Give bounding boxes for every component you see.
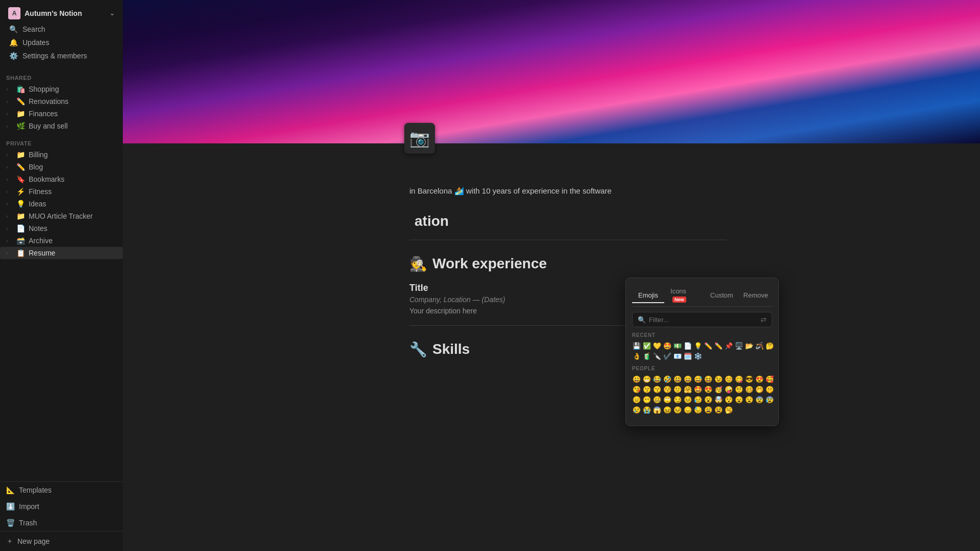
recent-emoji-cell[interactable]: ✏️	[704, 341, 713, 350]
people-emoji-cell[interactable]: 😁	[642, 374, 651, 384]
sidebar-nav-settings[interactable]: ⚙️Settings & members	[2, 49, 121, 62]
people-emoji-cell[interactable]: 😙	[652, 385, 662, 394]
recent-emoji-cell[interactable]: 👌	[632, 351, 641, 361]
people-emoji-cell[interactable]: 😦	[734, 395, 744, 404]
people-emoji-cell[interactable]: 😖	[663, 405, 672, 414]
sidebar-item-blog[interactable]: ›✏️Blog	[0, 161, 123, 173]
recent-emoji-cell[interactable]: 🤔	[765, 341, 774, 350]
sidebar-item-buy-and-sell[interactable]: ›🌿Buy and sell	[0, 120, 123, 132]
sidebar-item-ideas[interactable]: ›💡Ideas	[0, 198, 123, 210]
people-emoji-cell[interactable]: 😍	[704, 385, 713, 394]
recent-emoji-cell[interactable]: 📌	[724, 341, 733, 350]
people-emoji-cell[interactable]: 😱	[652, 405, 662, 414]
shuffle-icon[interactable]: ⇄	[760, 315, 767, 324]
people-emoji-cell[interactable]: 🥱	[724, 405, 733, 414]
recent-emoji-cell[interactable]: ✏️	[714, 341, 723, 350]
people-emoji-cell[interactable]: 😫	[714, 405, 723, 414]
recent-emoji-cell[interactable]: 💵	[673, 341, 682, 350]
people-emoji-cell[interactable]: 🤫	[765, 385, 774, 394]
remove-button[interactable]: Remove	[739, 289, 772, 301]
people-emoji-cell[interactable]: 😞	[683, 405, 692, 414]
people-emoji-cell[interactable]: 🤭	[755, 385, 764, 394]
people-emoji-cell[interactable]: 😎	[745, 374, 754, 384]
workspace-menu[interactable]: A Autumn's Notion ⌄	[2, 4, 121, 23]
people-emoji-cell[interactable]: 🤗	[683, 385, 692, 394]
sidebar-item-notes[interactable]: ›📄Notes	[0, 222, 123, 235]
sidebar-item-archive[interactable]: ›🗃️Archive	[0, 235, 123, 247]
sidebar-bottom-templates[interactable]: 📐Templates	[0, 482, 123, 498]
people-emoji-cell[interactable]: 😑	[632, 395, 641, 404]
people-emoji-cell[interactable]: 😋	[734, 374, 744, 384]
recent-emoji-cell[interactable]: 🖥️	[734, 341, 744, 350]
people-emoji-cell[interactable]: 😂	[652, 374, 662, 384]
tab-emojis[interactable]: Emojis	[632, 288, 664, 303]
recent-emoji-cell[interactable]: 🤩	[663, 341, 672, 350]
recent-emoji-cell[interactable]: 💾	[632, 341, 641, 350]
recent-emoji-cell[interactable]: ✅	[642, 341, 651, 350]
people-emoji-cell[interactable]: 😮	[704, 395, 713, 404]
people-emoji-cell[interactable]: 😨	[755, 395, 764, 404]
sidebar-nav-updates[interactable]: 🔔Updates	[2, 36, 121, 49]
people-emoji-cell[interactable]: 🥳	[714, 385, 723, 394]
people-emoji-cell[interactable]: 🤐	[652, 395, 662, 404]
sidebar-item-finances[interactable]: ›📁Finances	[0, 108, 123, 120]
people-emoji-cell[interactable]: 🙂	[673, 385, 682, 394]
people-emoji-cell[interactable]: 😭	[642, 405, 651, 414]
people-emoji-cell[interactable]: 🤨	[734, 385, 744, 394]
people-emoji-cell[interactable]: 🤯	[714, 395, 723, 404]
recent-emoji-cell[interactable]: 🧃	[642, 351, 651, 361]
people-emoji-cell[interactable]: 🥴	[745, 385, 754, 394]
people-emoji-cell[interactable]: 🙄	[663, 395, 672, 404]
sidebar-item-bookmarks[interactable]: ›🔖Bookmarks	[0, 173, 123, 185]
people-emoji-cell[interactable]: 😚	[663, 385, 672, 394]
people-emoji-cell[interactable]: 😏	[673, 395, 682, 404]
people-emoji-cell[interactable]: 😩	[704, 405, 713, 414]
filter-input[interactable]	[649, 316, 757, 324]
recent-emoji-cell[interactable]: 🔪	[652, 351, 662, 361]
page-icon-button[interactable]: 📷	[404, 123, 435, 154]
people-emoji-cell[interactable]: 😘	[632, 385, 641, 394]
people-emoji-cell[interactable]: 😢	[632, 405, 641, 414]
sidebar-item-renovations[interactable]: ›✏️Renovations	[0, 95, 123, 108]
recent-emoji-cell[interactable]: 📄	[683, 341, 692, 350]
people-emoji-cell[interactable]: 😉	[714, 374, 723, 384]
recent-emoji-cell[interactable]: 💡	[693, 341, 703, 350]
sidebar-item-shopping[interactable]: ›🛍️Shopping	[0, 83, 123, 95]
sidebar-item-billing[interactable]: ›📁Billing	[0, 149, 123, 161]
people-emoji-cell[interactable]: 🤩	[693, 385, 703, 394]
recent-emoji-cell[interactable]: 💛	[652, 341, 662, 350]
sidebar-nav-search[interactable]: 🔍Search	[2, 23, 121, 36]
people-emoji-cell[interactable]: 🤪	[724, 385, 733, 394]
recent-emoji-cell[interactable]: 🪃	[755, 341, 764, 350]
new-page-button[interactable]: ＋ New page	[0, 531, 123, 551]
tab-custom[interactable]: Custom	[704, 288, 739, 303]
people-emoji-cell[interactable]: 😯	[724, 395, 733, 404]
people-emoji-cell[interactable]: 😥	[693, 395, 703, 404]
people-emoji-cell[interactable]: 😶	[642, 395, 651, 404]
recent-emoji-cell[interactable]: ❄️	[693, 351, 703, 361]
people-emoji-cell[interactable]: 😍	[755, 374, 764, 384]
tab-icons[interactable]: Icons New	[664, 284, 704, 307]
people-emoji-cell[interactable]: 😧	[745, 395, 754, 404]
sidebar-bottom-trash[interactable]: 🗑️Trash	[0, 515, 123, 531]
recent-emoji-cell[interactable]: 🗓️	[683, 351, 692, 361]
people-emoji-cell[interactable]: 😗	[642, 385, 651, 394]
people-emoji-cell[interactable]: 🤣	[663, 374, 672, 384]
people-emoji-cell[interactable]: 😣	[673, 405, 682, 414]
people-emoji-cell[interactable]: 😓	[693, 405, 703, 414]
people-emoji-cell[interactable]: 😄	[683, 374, 692, 384]
sidebar-item-fitness[interactable]: ›⚡Fitness	[0, 185, 123, 198]
recent-emoji-cell[interactable]: 📧	[673, 351, 682, 361]
sidebar-item-resume[interactable]: ›📋Resume	[0, 247, 123, 259]
people-emoji-cell[interactable]: 😀	[632, 374, 641, 384]
recent-emoji-cell[interactable]: 📂	[745, 341, 754, 350]
sidebar-item-muo-article-tracker[interactable]: ›📁MUO Article Tracker	[0, 210, 123, 222]
people-emoji-cell[interactable]: 😅	[693, 374, 703, 384]
people-emoji-cell[interactable]: 😊	[724, 374, 733, 384]
people-emoji-cell[interactable]: 😰	[765, 395, 774, 404]
people-emoji-cell[interactable]: 🥰	[765, 374, 774, 384]
sidebar-bottom-import[interactable]: ⬇️Import	[0, 498, 123, 515]
people-emoji-cell[interactable]: 😣	[683, 395, 692, 404]
people-emoji-cell[interactable]: 😆	[704, 374, 713, 384]
recent-emoji-cell[interactable]: ✔️	[663, 351, 672, 361]
